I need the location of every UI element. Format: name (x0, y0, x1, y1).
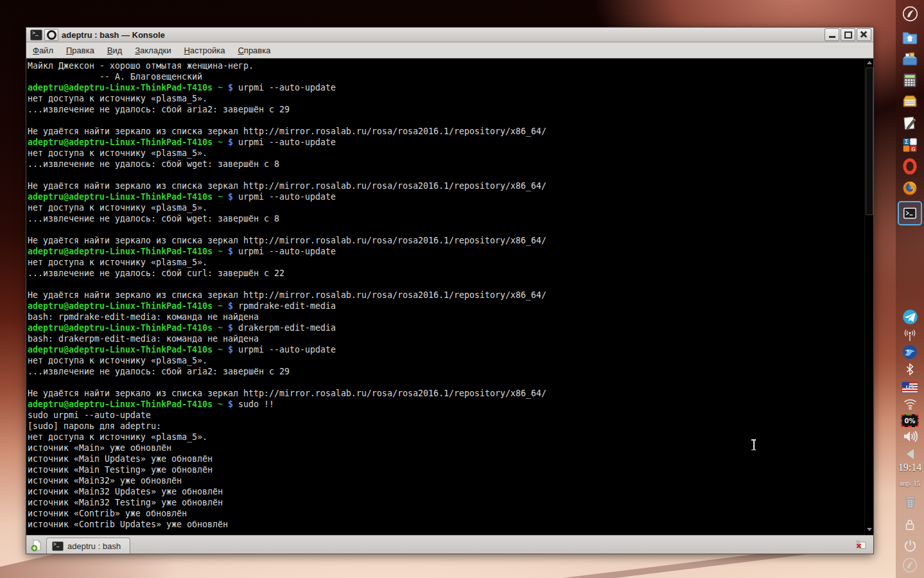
terminal-scrollbar[interactable] (864, 58, 873, 535)
new-tab-button[interactable] (28, 538, 45, 553)
terminal-line: sudo urpmi --auto-update (28, 410, 864, 421)
antenna-icon (902, 328, 918, 344)
file-manager-button[interactable] (901, 50, 919, 68)
maximize-button[interactable] (841, 28, 855, 41)
opera-icon (902, 158, 918, 175)
organizer-button[interactable] (901, 92, 919, 110)
calculator-icon (902, 72, 918, 89)
keyboard-layout-button[interactable]: US (901, 378, 919, 396)
terminal-line: adeptru@adeptru-Linux-ThinkPad-T410s ~ $… (28, 344, 864, 355)
terminal-line: источник «Contrib Updates» уже обновлён (28, 519, 864, 530)
tab-bar: adeptru : bash (26, 535, 873, 554)
office-suite-icon: Σ G (902, 137, 918, 153)
terminal-line: Не удаётся найти зеркало из списка зерка… (28, 290, 864, 301)
power-button[interactable] (901, 536, 919, 554)
terminal-line: -- А. Благовещенский (28, 71, 864, 82)
terminal-output: Майкл Джексон - хорошо отмытая женщина-н… (26, 58, 864, 535)
terminal-line: источник «Main32 Updates» уже обновлён (28, 486, 864, 497)
terminal-line: [sudo] пароль для adeptru: (28, 421, 864, 432)
rosa-launcher-button[interactable] (901, 4, 919, 22)
window-menu-button[interactable] (44, 29, 58, 41)
title-bar[interactable]: adeptru : bash — Konsole (26, 28, 873, 42)
file-manager-icon (902, 51, 918, 67)
menu-item[interactable]: Настройка (184, 46, 225, 55)
battery-percent: 0% (905, 417, 916, 425)
bluetooth-tray-button[interactable] (901, 360, 919, 378)
terminal-line: adeptru@adeptru-Linux-ThinkPad-T410s ~ $… (28, 322, 864, 333)
terminal-line: ...извлечение не удалось: сбой aria2: за… (28, 104, 864, 115)
calculator-button[interactable] (901, 71, 919, 89)
terminal-line (28, 170, 864, 180)
minimize-icon (829, 36, 835, 38)
menu-item[interactable]: Закладки (135, 46, 171, 55)
rosa-logo-icon (902, 5, 919, 22)
text-editor-button[interactable] (901, 114, 919, 132)
network-antenna-tray-button[interactable] (901, 327, 919, 345)
date-label: апр. 15 (900, 479, 921, 487)
terminal-line: adeptru@adeptru-Linux-ThinkPad-T410s ~ $… (28, 246, 864, 257)
terminal-line: нет доступа к источнику «plasma_5». (28, 93, 864, 104)
konsole-tab-icon (52, 541, 64, 551)
trash-button[interactable] (901, 493, 919, 511)
organizer-icon (902, 93, 918, 110)
tab-label: adeptru : bash (67, 541, 121, 551)
wifi-icon (902, 396, 918, 412)
scroll-down-button[interactable] (865, 525, 873, 534)
terminal-line: adeptru@adeptru-Linux-ThinkPad-T410s ~ $… (28, 82, 864, 93)
terminal-line (28, 115, 864, 126)
ring-icon (47, 30, 56, 40)
desktop: adeptru : bash — Konsole ФайлПравкаВидЗа… (0, 0, 924, 578)
terminal-view[interactable]: Майкл Джексон - хорошо отмытая женщина-н… (26, 58, 873, 535)
arrow-down-icon (867, 528, 872, 531)
terminal-line: adeptru@adeptru-Linux-ThinkPad-T410s ~ $… (28, 191, 864, 202)
menu-item[interactable]: Правка (66, 46, 94, 55)
telegram-tray-button[interactable] (901, 308, 919, 326)
volume-icon (902, 428, 919, 445)
terminal-line: Не удаётся найти зеркало из списка зерка… (28, 235, 864, 246)
konsole-dock-button-active[interactable] (898, 201, 922, 225)
wifi-tray-button[interactable] (901, 394, 919, 412)
opera-browser-button[interactable] (901, 157, 919, 175)
terminal-line: источник «Main» уже обновлён (28, 442, 864, 453)
terminal-line: источник «Main32 Testing» уже обновлён (28, 497, 864, 508)
close-tab-button[interactable] (854, 539, 868, 550)
terminal-line: Не удаётся найти зеркало из списка зерка… (28, 388, 864, 399)
rosa-watermark-button[interactable] (901, 556, 919, 574)
office-suite-button[interactable]: Σ G (901, 136, 919, 154)
home-folder-button[interactable] (901, 28, 919, 46)
text-editor-icon (902, 115, 918, 132)
svg-text:G: G (911, 146, 915, 152)
svg-text:Σ: Σ (905, 139, 908, 145)
close-button[interactable] (857, 28, 871, 41)
terminal-line: Не удаётся найти зеркало из списка зерка… (28, 126, 864, 137)
menu-item[interactable]: Файл (33, 46, 53, 55)
scrollbar-thumb[interactable] (866, 67, 873, 215)
terminal-line: bash: drakerpm-edit-media: команда не на… (28, 333, 864, 344)
thunderbird-tray-button[interactable] (901, 343, 919, 361)
terminal-line: нет доступа к источнику «plasma_5». (28, 202, 864, 213)
lock-icon (902, 517, 918, 532)
scroll-up-button[interactable] (865, 58, 873, 67)
arrow-up-icon (867, 61, 872, 64)
menu-item[interactable]: Вид (107, 46, 123, 55)
power-icon (902, 538, 918, 554)
us-flag-icon: US (902, 381, 918, 393)
new-tab-icon (30, 539, 43, 552)
tab-adeptru-bash[interactable]: adeptru : bash (46, 538, 130, 554)
ibeam-stem (753, 440, 755, 450)
terminal-line: источник «Contrib» уже обновлён (28, 508, 864, 519)
bluetooth-icon (903, 362, 917, 377)
konsole-app-icon (30, 30, 42, 40)
terminal-line: ...извлечение не удалось: сбой wget: зав… (28, 213, 864, 224)
home-folder-icon (902, 29, 918, 46)
terminal-line (28, 377, 864, 388)
minimize-button[interactable] (825, 28, 839, 41)
menu-item[interactable]: Справка (238, 46, 271, 55)
volume-tray-button[interactable] (901, 427, 919, 445)
calendar-date[interactable]: апр. 15 (901, 474, 919, 492)
lock-screen-button[interactable] (901, 516, 919, 534)
terminal-line: bash: rpmdrake-edit-media: команда не на… (28, 311, 864, 322)
mouse-cursor-ibeam (751, 439, 757, 450)
firefox-browser-button[interactable] (901, 179, 919, 197)
terminal-line: ...извлечение не удалось: сбой aria2: за… (28, 366, 864, 377)
